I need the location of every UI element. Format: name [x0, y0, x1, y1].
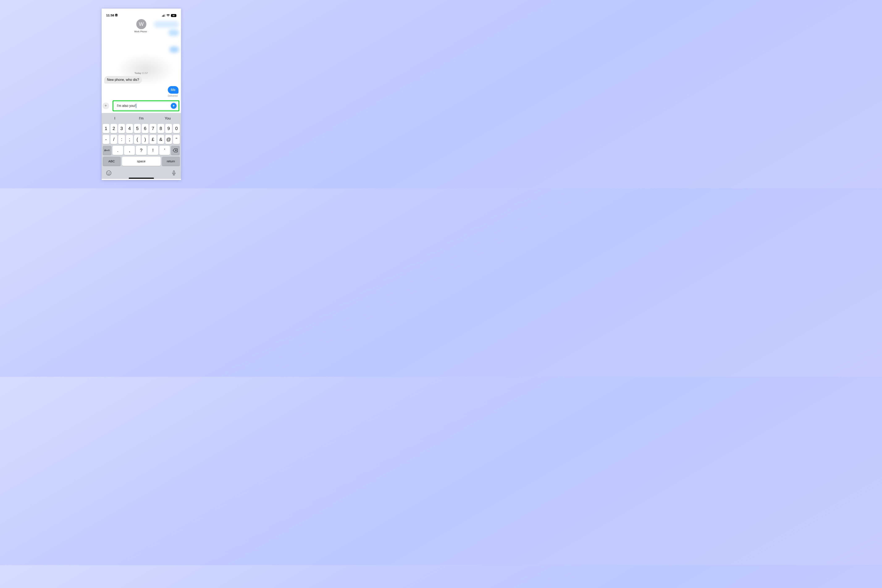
key-comma[interactable]: , [124, 146, 135, 155]
add-attachment-button[interactable]: + [102, 102, 109, 109]
key-apostrophe[interactable]: ' [159, 146, 170, 155]
status-time: 11:58 [106, 14, 114, 17]
message-outgoing[interactable]: Me Delivered [104, 86, 178, 97]
key-4[interactable]: 4 [126, 124, 133, 133]
backspace-icon [173, 148, 178, 152]
suggestion-3[interactable]: You [154, 116, 181, 120]
key-5[interactable]: 5 [134, 124, 141, 133]
avatar-initial: W [139, 21, 144, 27]
key-exclaim[interactable]: ! [148, 146, 158, 155]
svg-rect-9 [173, 171, 174, 174]
key-rparen[interactable]: ) [142, 135, 148, 144]
key-dash[interactable]: - [103, 135, 110, 144]
microphone-icon[interactable] [171, 170, 177, 176]
plus-icon: + [105, 104, 107, 108]
arrow-up-icon [172, 104, 175, 107]
key-semicolon[interactable]: ; [126, 135, 133, 144]
message-input[interactable]: I'm also you! [114, 102, 178, 110]
suggestion-bar: I I'm You [102, 114, 181, 123]
key-period[interactable]: . [112, 146, 123, 155]
delivered-label: Delivered [168, 94, 177, 97]
status-bar: 11:58 68 [102, 9, 181, 18]
key-return[interactable]: return [162, 157, 180, 166]
emoji-icon[interactable] [106, 170, 112, 176]
wifi-icon [166, 14, 170, 17]
key-abc[interactable]: ABC [103, 157, 121, 166]
timestamp-day: Today [135, 72, 141, 74]
status-right: 68 [162, 14, 176, 17]
message-input-text: I'm also you! [117, 104, 136, 108]
key-question[interactable]: ? [136, 146, 147, 155]
key-slash[interactable]: / [111, 135, 117, 144]
text-cursor [136, 104, 136, 108]
keyboard-bottom-row [102, 167, 181, 179]
message-incoming[interactable]: New phone, who dis? [104, 76, 178, 84]
key-backspace[interactable] [171, 146, 180, 155]
key-row-2: - / : ; ( ) £ & @ " [102, 134, 181, 145]
conversation-header[interactable]: W Work Phone › [102, 18, 181, 33]
conversation-area[interactable]: Today 11:57 New phone, who dis? Me Deliv… [102, 33, 181, 97]
key-0[interactable]: 0 [173, 124, 180, 133]
status-left: 11:58 [106, 14, 118, 17]
svg-point-7 [108, 172, 108, 173]
key-row-1: 1 2 3 4 5 6 7 8 9 0 [102, 123, 181, 134]
message-bubble-in: New phone, who dis? [104, 76, 142, 84]
tutorial-highlight: I'm also you! [112, 100, 179, 111]
svg-point-8 [109, 172, 110, 173]
key-at[interactable]: @ [165, 135, 172, 144]
keyboard: I I'm You 1 2 3 4 5 6 7 8 9 0 - / : ; ( … [102, 113, 181, 179]
home-indicator[interactable] [129, 178, 154, 179]
phone-frame: 11:58 68 W Work Phone › Today 11:57 New … [102, 9, 181, 180]
svg-rect-0 [115, 14, 117, 16]
timestamp-time: 11:57 [142, 72, 148, 74]
timestamp: Today 11:57 [104, 72, 178, 74]
key-colon[interactable]: : [118, 135, 125, 144]
svg-point-6 [106, 171, 111, 176]
svg-point-1 [116, 14, 117, 15]
compose-zone: + I'm also you! [102, 99, 181, 113]
key-9[interactable]: 9 [165, 124, 172, 133]
cellular-icon [162, 14, 165, 17]
svg-rect-2 [162, 16, 162, 17]
avatar[interactable]: W [136, 19, 146, 29]
key-1[interactable]: 1 [103, 124, 110, 133]
key-row-3: #+= . , ? ! ' [102, 145, 181, 156]
key-6[interactable]: 6 [142, 124, 148, 133]
message-bubble-out: Me [168, 86, 178, 94]
contact-name[interactable]: Work Phone › [102, 30, 181, 33]
send-button[interactable] [171, 103, 177, 109]
chevron-right-icon: › [148, 30, 148, 33]
battery-icon: 68 [171, 14, 176, 17]
key-pound[interactable]: £ [150, 135, 156, 144]
key-more-symbols[interactable]: #+= [103, 146, 111, 155]
key-8[interactable]: 8 [158, 124, 164, 133]
key-3[interactable]: 3 [118, 124, 125, 133]
svg-rect-5 [165, 14, 165, 17]
contact-name-text: Work Phone [134, 30, 147, 33]
key-amp[interactable]: & [158, 135, 164, 144]
svg-rect-4 [164, 15, 164, 17]
key-lparen[interactable]: ( [134, 135, 141, 144]
suggestion-2[interactable]: I'm [128, 116, 154, 120]
key-2[interactable]: 2 [111, 124, 117, 133]
suggestion-1[interactable]: I [102, 116, 128, 120]
key-quote[interactable]: " [173, 135, 180, 144]
key-row-4: ABC space return [102, 156, 181, 167]
contact-card-icon [115, 14, 118, 16]
svg-rect-3 [162, 15, 163, 17]
key-7[interactable]: 7 [150, 124, 156, 133]
key-space[interactable]: space [122, 157, 160, 166]
